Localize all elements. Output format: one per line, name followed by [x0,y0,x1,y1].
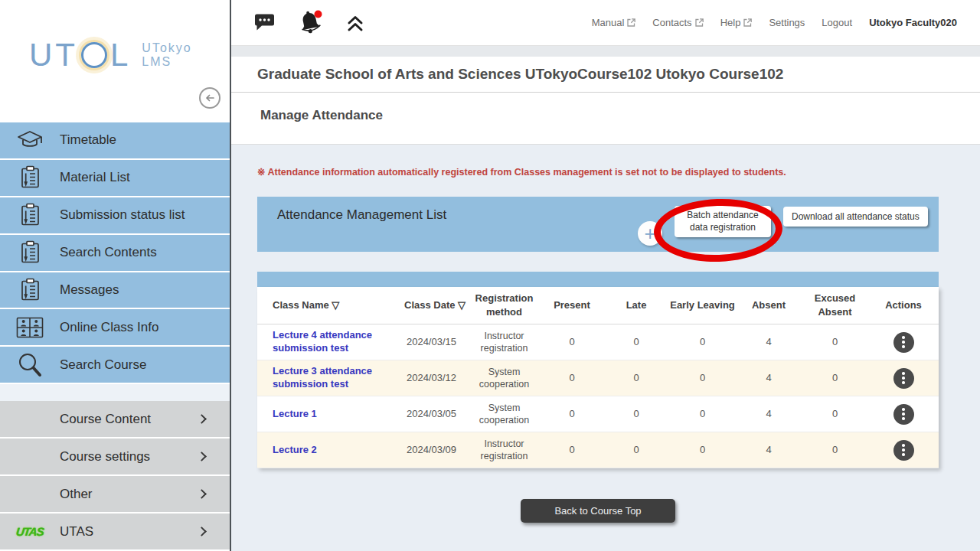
download-all-attendance-button[interactable]: Download all attendance status [783,207,928,227]
attendance-notice: ※ Attendance information automatically r… [257,166,980,178]
column-header-absent: Absent [736,298,802,312]
manual-link-label: Manual [592,17,625,28]
actions-cell [868,440,939,461]
present-cell: 0 [541,336,603,349]
messages-chat-icon[interactable] [254,13,275,32]
row-actions-kebab-menu[interactable] [893,404,914,425]
column-header-present: Present [541,298,603,312]
utas-logo-icon: UTAS [0,525,60,538]
registration-method-cell: Instructor registration [468,330,541,355]
utol-logo: UTL UTokyo LMS [29,37,192,73]
batch-attendance-registration-button[interactable]: Batch attendance data registration [675,206,771,237]
sidebar-item-course-content[interactable]: Course Content [0,401,230,437]
actions-cell [868,404,939,425]
table-row: Lecture 1 2024/03/05 System cooperation … [257,396,939,432]
class-name-cell: Lecture 1 [257,408,395,421]
clipboard-icon [0,165,60,190]
row-actions-kebab-menu[interactable] [893,332,914,353]
class-date-cell: 2024/03/15 [395,336,468,349]
search-icon [0,351,60,379]
help-link[interactable]: Help [720,17,753,28]
notifications-bell-icon[interactable] [296,9,324,37]
chevron-right-icon [197,452,207,461]
sidebar-item-other[interactable]: Other [0,476,230,512]
external-link-icon [695,18,704,27]
absent-cell: 4 [736,444,802,457]
early-leaving-cell: 0 [669,444,736,457]
add-attendance-button[interactable]: + [638,221,662,246]
sidebar-item-online-class-info[interactable]: Online Class Info [0,309,230,345]
sidebar-item-search-contents[interactable]: Search Contents [0,235,230,271]
sidebar-item-search-course[interactable]: Search Course [0,347,230,383]
external-link-icon [743,18,752,27]
class-name-cell: Lecture 3 attendance submission test [257,365,395,391]
logo-area: UTL UTokyo LMS [0,0,230,122]
chevron-right-icon [197,414,207,424]
sidebar-item-label: Search Course [60,357,146,373]
user-name: Utokyo Faculty020 [869,17,957,28]
present-cell: 0 [541,372,603,385]
class-name-link[interactable]: Lecture 1 [273,408,317,419]
topbar: Manual Contacts Help [231,0,980,46]
contacts-link[interactable]: Contacts [652,17,703,28]
sidebar-collapse-button[interactable] [199,87,220,109]
page-title-bar: Manage Attendance [231,93,980,145]
row-actions-kebab-menu[interactable] [893,368,914,389]
people-grid-icon [0,317,60,338]
utol-logo-o-ring [81,42,107,68]
column-header-class-date[interactable]: Class Date ▽ [395,298,468,312]
column-header-late: Late [603,298,669,312]
sidebar-item-utas[interactable]: UTAS UTAS [0,514,230,549]
class-date-cell: 2024/03/12 [395,372,468,385]
row-actions-kebab-menu[interactable] [893,440,914,461]
registration-method-cell: Instructor registration [468,438,541,463]
late-cell: 0 [603,444,669,457]
class-date-cell: 2024/03/05 [395,408,468,421]
table-row: Lecture 4 attendance submission test 202… [257,324,939,360]
sidebar-item-label: Timetable [60,132,116,148]
sort-icon[interactable]: ▽ [458,299,466,311]
column-header-early-leaving: Early Leaving [669,298,736,312]
excused-absent-cell: 0 [802,336,868,349]
column-header-registration-method: Registration method [468,292,541,318]
actions-cell [868,332,939,353]
back-to-course-top-button[interactable]: Back to Course Top [521,499,675,523]
collapse-up-chevrons-icon[interactable] [345,13,365,33]
sidebar-section-divider [0,384,230,401]
clipboard-icon [0,240,60,265]
early-leaving-cell: 0 [669,336,736,349]
table-top-strip [257,272,939,287]
utol-logo-text: UTL [29,37,131,73]
sidebar-item-timetable[interactable]: Timetable [0,122,230,158]
sidebar-item-label: Search Contents [60,245,157,260]
settings-link-label: Settings [769,17,805,28]
excused-absent-cell: 0 [802,408,868,421]
sidebar-item-course-settings[interactable]: Course settings [0,439,230,474]
sidebar-item-submission-status-list[interactable]: Submission status list [0,197,230,233]
logout-link-label: Logout [822,17,852,28]
sidebar-item-label: Online Class Info [60,320,158,335]
sidebar-item-messages[interactable]: Messages [0,272,230,308]
absent-cell: 4 [736,372,802,385]
clipboard-icon [0,203,60,227]
actions-cell [868,368,939,389]
late-cell: 0 [603,336,669,349]
sidebar-item-label: Messages [60,282,119,298]
early-leaving-cell: 0 [669,408,736,421]
app-window: UTL UTokyo LMS Timetable [0,0,980,551]
footer-button-area: Back to Course Top [257,499,939,523]
manual-link[interactable]: Manual [592,17,636,28]
logout-link[interactable]: Logout [822,17,852,28]
settings-link[interactable]: Settings [769,17,805,28]
class-name-link[interactable]: Lecture 4 attendance submission test [273,329,372,354]
sidebar-item-label: Submission status list [60,207,185,223]
column-header-class-name[interactable]: Class Name ▽ [257,298,395,312]
sidebar-item-material-list[interactable]: Material List [0,160,230,196]
excused-absent-cell: 0 [802,372,868,385]
panel-title: Attendance Management List [277,207,446,223]
class-name-link[interactable]: Lecture 3 attendance submission test [273,365,372,390]
sidebar-item-label: UTAS [60,524,93,540]
registration-method-cell: System cooperation [468,366,541,391]
class-name-link[interactable]: Lecture 2 [273,444,317,455]
sort-icon[interactable]: ▽ [332,299,339,311]
